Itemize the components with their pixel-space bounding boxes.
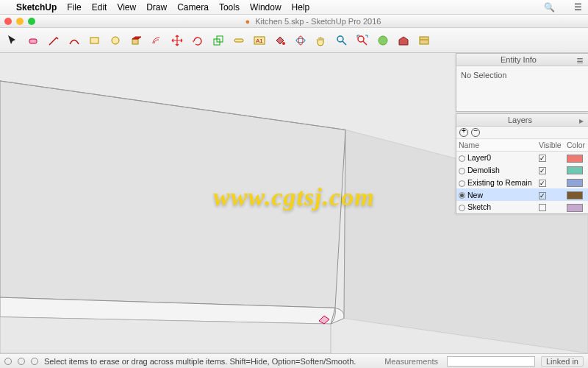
svg-point-10 — [296, 38, 305, 43]
layer-active-radio[interactable] — [459, 168, 465, 174]
svg-point-9 — [282, 42, 285, 45]
select-tool[interactable] — [4, 32, 21, 49]
menu-window[interactable]: Window — [250, 2, 282, 13]
layer-color-swatch[interactable] — [567, 204, 583, 212]
menu-extra-icon[interactable]: ☰ — [574, 2, 582, 13]
status-indicator-2-icon[interactable] — [18, 358, 25, 365]
layers-col-name[interactable]: Name — [456, 139, 537, 152]
svg-text:A1: A1 — [256, 38, 263, 44]
layer-visible-checkbox[interactable] — [539, 155, 546, 162]
svg-rect-0 — [29, 39, 37, 43]
status-hint: Select items to erase or drag across mul… — [44, 357, 379, 366]
move-tool[interactable] — [169, 32, 185, 49]
window-title: ● Kitchen 5.skp - SketchUp Pro 2016 — [43, 17, 584, 26]
menu-view[interactable]: View — [117, 2, 136, 13]
menu-help[interactable]: Help — [292, 2, 310, 13]
layer-name: Existing to Remain — [467, 178, 532, 187]
layer-color-swatch[interactable] — [567, 179, 583, 187]
menu-edit[interactable]: Edit — [92, 2, 107, 13]
scale-tool[interactable] — [210, 32, 226, 49]
rotate-tool[interactable] — [190, 32, 206, 49]
svg-rect-3 — [132, 39, 138, 44]
layer-color-swatch[interactable] — [567, 191, 583, 199]
pushpull-tool[interactable] — [128, 32, 144, 49]
menu-tools[interactable]: Tools — [219, 2, 240, 13]
layer-active-radio[interactable] — [459, 180, 465, 187]
entity-info-title: Entity Info — [501, 55, 537, 64]
extension-warehouse-tool[interactable] — [416, 32, 432, 49]
minimize-window-button[interactable] — [16, 18, 24, 25]
layers-title: Layers — [508, 116, 532, 124]
layer-active-radio[interactable] — [459, 155, 465, 162]
line-tool[interactable] — [46, 32, 62, 49]
search-icon[interactable]: 🔍 — [544, 2, 555, 13]
svg-point-13 — [358, 36, 364, 42]
close-window-button[interactable] — [4, 18, 12, 25]
rectangle-tool[interactable] — [87, 32, 103, 49]
3d-warehouse-tool[interactable] — [395, 32, 412, 49]
add-layer-button[interactable] — [459, 128, 468, 137]
layer-row[interactable]: Layer0 — [456, 152, 588, 164]
linkedin-badge: Linked in — [541, 356, 584, 367]
measurements-label: Measurements — [384, 357, 438, 366]
zoom-tool[interactable] — [334, 32, 350, 49]
layer-color-swatch[interactable] — [567, 166, 583, 174]
window-titlebar: ● Kitchen 5.skp - SketchUp Pro 2016 — [0, 15, 588, 28]
layers-menu-icon[interactable]: ▸ — [579, 116, 584, 126]
orbit-tool[interactable] — [293, 32, 309, 49]
svg-rect-1 — [90, 38, 98, 43]
layer-visible-checkbox[interactable] — [539, 180, 546, 187]
zoom-window-button[interactable] — [28, 18, 35, 25]
menu-draw[interactable]: Draw — [146, 2, 167, 13]
status-indicator-1-icon[interactable] — [4, 358, 12, 365]
layers-col-color[interactable]: Color — [564, 139, 588, 152]
layer-row[interactable]: New — [456, 188, 588, 201]
layer-visible-checkbox[interactable] — [539, 204, 546, 211]
svg-rect-6 — [234, 39, 243, 42]
tape-measure-tool[interactable] — [231, 32, 247, 49]
measurements-input[interactable] — [447, 356, 535, 367]
app-menu[interactable]: SketchUp — [16, 2, 57, 13]
layer-active-radio[interactable] — [459, 192, 465, 199]
status-indicator-3-icon[interactable] — [31, 358, 38, 365]
entity-info-selection: No Selection — [461, 69, 584, 81]
mac-menubar: SketchUp File Edit View Draw Camera Tool… — [0, 0, 588, 15]
menu-file[interactable]: File — [67, 2, 81, 13]
entity-info-header[interactable]: Entity Info ≣ — [456, 54, 588, 66]
circle-tool[interactable] — [107, 32, 123, 49]
offset-tool[interactable] — [148, 32, 165, 49]
layers-header[interactable]: Layers ▸ — [456, 114, 588, 127]
layer-visible-checkbox[interactable] — [539, 192, 546, 199]
layer-name: New — [467, 191, 483, 199]
zoom-extents-tool[interactable] — [354, 32, 370, 49]
eraser-tool[interactable] — [25, 32, 41, 49]
layer-row[interactable]: Existing to Remain — [456, 176, 588, 188]
layer-visible-checkbox[interactable] — [539, 167, 546, 174]
layer-row[interactable]: Sketch — [456, 201, 588, 213]
layer-name: Sketch — [467, 202, 491, 211]
layers-table: Name Visible Color Layer0DemolishExistin… — [456, 139, 588, 213]
layer-active-radio[interactable] — [459, 205, 465, 211]
svg-rect-15 — [420, 37, 429, 44]
add-location-tool[interactable] — [375, 32, 391, 49]
watermark-text: www.cgtsj.com — [213, 183, 375, 211]
arc-tool[interactable] — [66, 32, 82, 49]
remove-layer-button[interactable] — [471, 128, 480, 137]
menu-camera[interactable]: Camera — [177, 2, 209, 13]
entity-info-menu-icon[interactable]: ≣ — [576, 55, 584, 66]
app-window: ● Kitchen 5.skp - SketchUp Pro 2016 A1 — [0, 15, 588, 368]
layer-color-swatch[interactable] — [567, 155, 583, 163]
layer-row[interactable]: Demolish — [456, 164, 588, 177]
layers-panel: Layers ▸ Name Visible Color Layer0Demoli… — [456, 113, 588, 214]
layers-col-visible[interactable]: Visible — [537, 139, 564, 152]
work-area: www.cgtsj.com Entity Info ≣ No Selection… — [0, 53, 588, 353]
paint-bucket-tool[interactable] — [272, 32, 288, 49]
traffic-lights — [4, 18, 35, 25]
svg-point-14 — [379, 36, 387, 45]
layer-name: Demolish — [467, 166, 500, 174]
pan-tool[interactable] — [313, 32, 329, 49]
svg-point-12 — [337, 36, 343, 42]
layer-name: Layer0 — [467, 153, 491, 162]
main-toolbar: A1 — [0, 28, 588, 53]
text-tool[interactable]: A1 — [251, 32, 268, 49]
